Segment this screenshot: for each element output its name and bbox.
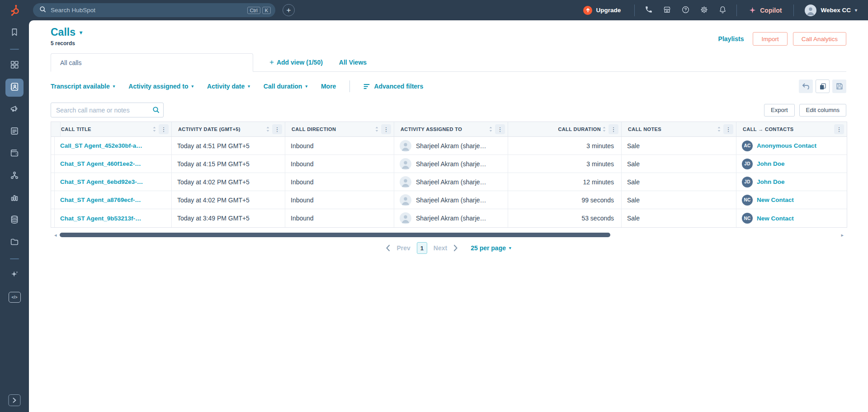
filter-lines-icon — [363, 84, 371, 89]
contact-link[interactable]: Anonymous Contact — [757, 142, 816, 149]
column-menu-button[interactable]: ⋮ — [159, 124, 169, 134]
column-menu-button[interactable]: ⋮ — [495, 124, 505, 134]
table-row[interactable]: Chat_ST Agent_a8769ecf-… Today at 4:02 P… — [51, 191, 847, 209]
scrollbar-thumb[interactable] — [60, 233, 610, 237]
page-title-dropdown[interactable]: Calls ▾ — [51, 26, 82, 38]
assignee-name: Sharjeel Akram (sharje… — [416, 178, 486, 186]
contact-link[interactable]: New Contact — [757, 197, 794, 203]
tab-all-calls[interactable]: All calls — [51, 53, 253, 72]
sort-icon[interactable] — [489, 126, 492, 132]
column-menu-button[interactable]: ⋮ — [723, 124, 733, 134]
search-icon[interactable] — [152, 106, 160, 115]
advanced-filters-button[interactable]: Advanced filters — [363, 83, 423, 90]
current-page-badge[interactable]: 1 — [417, 242, 427, 254]
topbar-divider — [634, 5, 635, 16]
contact-link[interactable]: New Contact — [757, 215, 794, 222]
column-header-call-title: CALL TITLE ⋮ — [55, 122, 172, 136]
marketplace-button[interactable] — [658, 4, 676, 17]
contact-link[interactable]: John Doe — [757, 160, 785, 167]
account-menu[interactable]: Webex CC ▾ — [805, 5, 857, 16]
topbar-divider — [736, 5, 737, 16]
sort-icon[interactable] — [153, 126, 156, 132]
filter-transcript-available[interactable]: Transcript available ▾ — [51, 83, 115, 90]
per-page-dropdown[interactable]: 25 per page ▾ — [471, 244, 511, 252]
table-row[interactable]: Chat_ST Agent_9b53213f-… Today at 3:49 P… — [51, 209, 847, 227]
row-gutter — [51, 191, 55, 209]
save-view-button[interactable] — [832, 80, 846, 93]
column-menu-button[interactable]: ⋮ — [381, 124, 391, 134]
filter-activity-assigned-to[interactable]: Activity assigned to ▾ — [128, 83, 193, 90]
table-row[interactable]: Chat_ST Agent_460f1ee2-… Today at 4:15 P… — [51, 155, 847, 173]
add-view-link[interactable]: + Add view (1/50) — [269, 58, 323, 67]
assigned-to-cell: Sharjeel Akram (sharje… — [394, 191, 508, 209]
sort-icon[interactable] — [375, 126, 378, 132]
call-title-link[interactable]: Call_ST Agent_452e30bf-a… — [60, 142, 142, 149]
prev-page-label[interactable]: Prev — [396, 244, 410, 252]
sort-icon[interactable] — [603, 126, 606, 132]
page-header: Calls ▾ 5 records Playlists Import Call … — [29, 20, 868, 53]
column-menu-button[interactable]: ⋮ — [609, 124, 618, 134]
filter-call-duration[interactable]: Call duration ▾ — [264, 83, 307, 90]
sidebar-item-content[interactable] — [5, 123, 24, 141]
sidebar-item-ai[interactable] — [5, 266, 24, 284]
scroll-left-icon[interactable]: ◂ — [54, 232, 57, 238]
sidebar-item-crm[interactable] — [5, 79, 24, 97]
filter-more[interactable]: More — [321, 83, 336, 90]
help-button[interactable] — [676, 4, 695, 17]
column-menu-button[interactable]: ⋮ — [834, 124, 844, 134]
hubspot-logo-icon[interactable] — [9, 4, 21, 16]
call-title-link[interactable]: Chat_ST Agent_a8769ecf-… — [60, 197, 141, 203]
sidebar-item-automations[interactable] — [5, 167, 24, 185]
column-header-activity-date: ACTIVITY DATE (GMT+5) ⋮ — [172, 122, 285, 136]
contact-link[interactable]: John Doe — [757, 178, 785, 185]
upgrade-button[interactable]: Upgrade — [583, 6, 621, 15]
call-analytics-button[interactable]: Call Analytics — [793, 32, 846, 46]
export-button[interactable]: Export — [764, 104, 795, 117]
copy-view-button[interactable] — [816, 80, 830, 93]
sidebar-item-reporting[interactable] — [5, 189, 24, 207]
global-search-input[interactable] — [46, 7, 245, 14]
bookmark-icon — [9, 27, 19, 39]
sidebar-expand-button[interactable] — [9, 394, 21, 406]
sort-icon[interactable] — [717, 126, 721, 132]
scroll-right-icon[interactable]: ▸ — [841, 232, 844, 238]
table-row[interactable]: Chat_ST Agent_6ebd92e3-… Today at 4:02 P… — [51, 173, 847, 191]
sort-icon[interactable] — [266, 126, 269, 132]
row-gutter — [51, 155, 55, 173]
import-button[interactable]: Import — [753, 32, 787, 46]
chevron-right-icon — [13, 398, 17, 403]
calling-button[interactable] — [639, 4, 658, 17]
filter-activity-date[interactable]: Activity date ▾ — [207, 83, 250, 90]
sidebar-item-marketing[interactable] — [5, 101, 24, 119]
playlists-link[interactable]: Playlists — [718, 35, 744, 42]
table-search-input[interactable] — [51, 103, 164, 117]
next-page-label[interactable]: Next — [434, 244, 447, 252]
sidebar-item-bookmarks[interactable] — [5, 24, 24, 42]
copilot-label: Copilot — [760, 7, 782, 14]
global-search-bar[interactable]: Ctrl K — [33, 3, 275, 17]
call-title-link[interactable]: Chat_ST Agent_460f1ee2-… — [60, 160, 141, 167]
undo-button[interactable] — [799, 80, 813, 93]
folder-icon — [9, 237, 19, 248]
sidebar-item-workspaces[interactable] — [5, 56, 24, 75]
notifications-button[interactable] — [713, 4, 732, 17]
sidebar-item-data[interactable] — [5, 211, 24, 229]
sidebar-item-commerce[interactable] — [5, 145, 24, 163]
account-name: Webex CC — [821, 7, 851, 14]
settings-button[interactable] — [695, 4, 713, 17]
call-title-link[interactable]: Chat_ST Agent_6ebd92e3-… — [60, 178, 143, 185]
sidebar-item-library[interactable] — [5, 234, 24, 252]
prev-page-chevron[interactable] — [386, 244, 390, 252]
edit-columns-button[interactable]: Edit columns — [799, 104, 846, 117]
plus-icon: + — [269, 58, 274, 67]
sidebar-item-developer[interactable]: </> — [5, 288, 24, 306]
create-button[interactable]: + — [283, 4, 295, 16]
phone-icon — [645, 5, 653, 15]
copilot-button[interactable]: Copilot — [749, 6, 782, 14]
next-page-chevron[interactable] — [453, 244, 458, 252]
call-title-link[interactable]: Chat_ST Agent_9b53213f-… — [60, 215, 142, 222]
table-row[interactable]: Call_ST Agent_452e30bf-a… Today at 4:51 … — [51, 137, 847, 155]
column-menu-button[interactable]: ⋮ — [272, 124, 282, 134]
all-views-link[interactable]: All Views — [339, 59, 367, 66]
gear-icon — [700, 5, 708, 15]
